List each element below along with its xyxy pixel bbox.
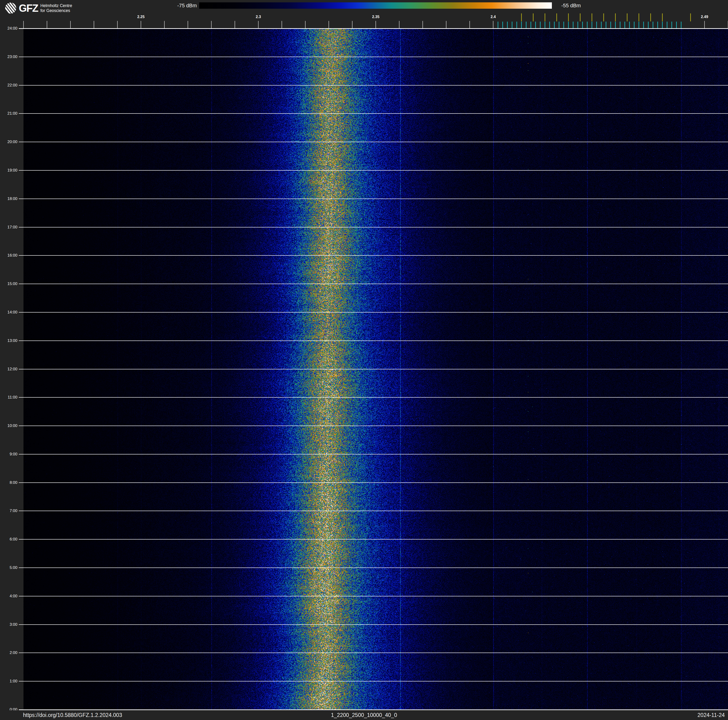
gfz-logo: GFZ Helmholtz Centre for Geosciences [5,3,72,14]
ble-channel-tick [653,21,653,28]
hour-label: 5:00 [0,565,17,571]
wifi-channel-tick [639,14,639,21]
gfz-logo-icon [5,3,16,14]
wifi-channel-tick [615,14,616,21]
ble-channel-tick [606,21,606,28]
freq-minor-tick [493,21,493,28]
hour-gridline [19,539,728,539]
freq-minor-tick [188,21,188,28]
ble-channel-tick [639,21,639,28]
ble-channel-tick [667,21,667,28]
hour-gridline [19,596,728,596]
spectrogram-app: GFZ Helmholtz Centre for Geosciences -75… [0,0,728,720]
ble-channel-tick [629,21,630,28]
wifi-channel-tick [521,14,522,21]
ble-channel-tick [582,21,583,28]
footer: https://doi.org/10.5880/GFZ.1.2.2024.003… [0,710,728,720]
freq-minor-tick [704,21,705,28]
hour-gridline [19,624,728,625]
hour-gridline [19,653,728,653]
hour-gridline [19,113,728,114]
colorbar-max-label: -55 dBm [561,2,632,9]
freq-minor-tick [164,21,165,28]
wifi-channel-tick [580,14,581,21]
hour-label: 6:00 [0,536,17,542]
wifi-channel-tick [650,14,651,21]
wifi-channel-tick [544,14,545,21]
hour-gridline [19,255,728,256]
ble-channel-tick [531,21,531,28]
freq-tick-label: 2.4 [484,15,503,19]
ble-channel-tick [681,21,682,28]
hour-label: 3:00 [0,622,17,627]
ble-channel-tick [559,21,560,28]
hour-label: 11:00 [0,395,17,400]
ble-channel-tick [544,21,545,28]
gfz-logo-subtitle-line1: Helmholtz Centre [40,3,72,8]
hour-gridline [19,312,728,313]
freq-minor-tick [117,21,118,28]
wifi-channel-tick [568,14,569,21]
freq-minor-tick [211,21,212,28]
hour-gridline [19,28,728,29]
ble-channel-tick [568,21,569,28]
hour-label: 23:00 [0,54,17,60]
colorbar-gradient [199,2,552,9]
hour-gridline [19,142,728,142]
ble-channel-tick [526,21,526,28]
wifi-channel-tick [603,14,604,21]
hour-gridline [19,454,728,455]
hour-label: 2:00 [0,650,17,656]
wifi-channel-tick [592,14,592,21]
hour-gridline [19,426,728,426]
hour-label: 17:00 [0,224,17,230]
hour-gridline [19,283,728,284]
freq-minor-tick [235,21,235,28]
ble-channel-tick [516,21,517,28]
footer-date: 2024-11-24 [697,712,725,718]
freq-minor-tick [376,21,376,28]
freq-minor-tick [329,21,329,28]
ble-channel-tick [624,21,625,28]
hour-gridline [19,199,728,199]
hour-label: 4:00 [0,593,17,599]
ble-channel-tick [592,21,592,28]
freq-tick-label: 2.35 [366,15,385,19]
hour-gridline [19,85,728,86]
ble-channel-tick [671,21,672,28]
hour-label: 7:00 [0,508,17,514]
gfz-logo-subtitle: Helmholtz Centre for Geosciences [40,3,72,13]
hour-label: 20:00 [0,139,17,145]
hour-gridline [19,567,728,568]
wifi-channel-tick [690,14,691,21]
ble-channel-tick [502,21,503,28]
footer-filename: 1_2200_2500_10000_40_0 [0,712,728,718]
hour-label: 18:00 [0,196,17,202]
freq-minor-tick [94,21,94,28]
ble-channel-tick [657,21,658,28]
wifi-channel-tick [627,14,627,21]
hour-gridline [19,397,728,398]
freq-tick-label: 2.25 [132,15,150,19]
hour-label: 16:00 [0,253,17,258]
freq-minor-tick [305,21,306,28]
wifi-channel-tick [533,14,534,21]
ble-channel-tick [662,21,663,28]
ble-channel-tick [643,21,644,28]
hour-label: 21:00 [0,111,17,116]
freq-minor-tick [399,21,399,28]
hour-gridline [19,227,728,227]
hour-gridline [19,170,728,171]
hour-gridline [19,709,728,710]
freq-minor-tick [470,21,470,28]
gfz-logo-brand: GFZ [19,3,38,14]
freq-minor-tick [70,21,71,28]
ble-channel-tick [498,21,498,28]
freq-minor-tick [422,21,423,28]
ble-channel-tick [610,21,611,28]
freq-minor-tick [281,21,282,28]
hour-gridline [19,340,728,341]
ble-channel-tick [634,21,635,28]
hour-gridline [19,681,728,682]
freq-minor-tick [23,21,24,28]
